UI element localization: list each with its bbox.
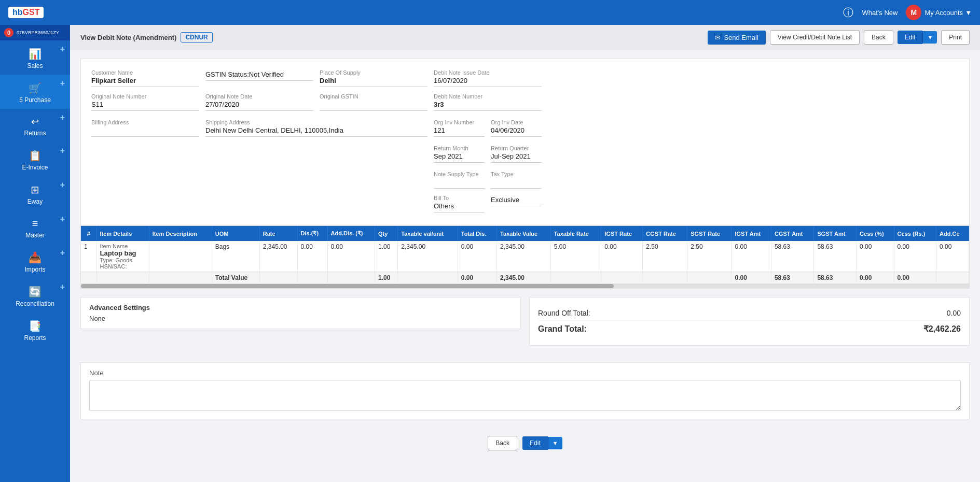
original-note-date-field: Original Note Date 27/07/2020 <box>205 91 320 115</box>
app-logo: hb GST <box>8 7 44 18</box>
einvoice-add-btn[interactable]: + <box>60 146 65 155</box>
row-rate: 2,345.00 <box>259 241 297 272</box>
advanced-settings-block: Advanced Settings None <box>80 297 521 329</box>
avatar[interactable]: M <box>906 5 921 20</box>
edit-dropdown-arrow-bottom[interactable]: ▼ <box>548 437 562 449</box>
page-actions: ✉ Send Email View Credit/Debit Note List… <box>708 30 970 45</box>
print-button[interactable]: Print <box>941 30 970 45</box>
sidebar-item-returns[interactable]: ↩ Returns + <box>0 109 70 142</box>
edit-dropdown-arrow[interactable]: ▼ <box>922 31 937 44</box>
sales-add-btn[interactable]: + <box>60 45 65 54</box>
col-taxable-rate: Taxable Rate <box>550 226 601 241</box>
sidebar-item-label: Eway <box>27 198 43 205</box>
note-textarea[interactable] <box>89 380 961 411</box>
total-igst-amt: 0.00 <box>731 272 771 284</box>
total-row: Total Value 1.00 0.00 2,345.00 0.00 <box>81 272 969 284</box>
sidebar-item-reports[interactable]: 📑 Reports <box>0 313 70 347</box>
edit-button-split-bottom: Edit ▼ <box>522 436 562 450</box>
row-add-dis: 0.00 <box>327 241 375 272</box>
original-note-number-field: Original Note Number S11 <box>91 91 205 115</box>
sidebar-item-master[interactable]: ≡ Master + <box>0 210 70 244</box>
items-table-container: # Item Details Item Description UOM Rate… <box>80 225 970 289</box>
org-inv-number-field: Org Inv Number 121 <box>434 117 491 141</box>
view-list-button[interactable]: View Credit/Debit Note List <box>770 30 860 45</box>
user-dot: 0 <box>4 28 13 37</box>
billing-address-field: Billing Address <box>91 117 205 141</box>
returns-add-btn[interactable]: + <box>60 113 65 122</box>
row-taxable-val: 2,345.00 <box>398 241 458 272</box>
col-item-details: Item Details <box>96 226 149 241</box>
purchase-add-btn[interactable]: + <box>60 79 65 88</box>
master-add-btn[interactable]: + <box>60 215 65 224</box>
row-item-details: Item Name Laptop bag Type: Goods HSN/SAC… <box>96 241 149 272</box>
info-row-2: Billing Address Shipping Address Delhi N… <box>91 117 959 141</box>
total-label: Total Value <box>212 272 259 284</box>
scrollbar-thumb[interactable] <box>81 284 614 288</box>
row-cgst-rate: 2.50 <box>643 241 687 272</box>
total-cgst-amt: 58.63 <box>771 272 813 284</box>
return-fields: Return Month Sep 2021 Return Quarter Jul… <box>434 143 548 167</box>
eway-add-btn[interactable]: + <box>60 180 65 190</box>
page-title: View Debit Note (Amendment) CDNUR <box>80 32 213 42</box>
row-add-ce: 0.00 <box>936 241 969 272</box>
logo-gst: GST <box>23 8 40 17</box>
sidebar-item-einvoice[interactable]: 📋 E-Invoice + <box>0 142 70 176</box>
sidebar-item-imports[interactable]: 📥 Imports + <box>0 244 70 278</box>
row-item-desc <box>149 241 212 272</box>
info-row-4: Note Supply Type Tax Type <box>91 169 959 193</box>
sidebar-item-sales[interactable]: 📊 Sales + <box>0 40 70 75</box>
sidebar-item-reconciliation[interactable]: 🔄 Reconciliation + <box>0 278 70 313</box>
col-uom: UOM <box>212 226 259 241</box>
place-of-supply-field: Place Of Supply Delhi <box>320 67 434 91</box>
imports-add-btn[interactable]: + <box>60 248 65 258</box>
sidebar-item-label: Imports <box>24 266 45 273</box>
customer-name-field: Customer Name Flipkart Seller <box>91 67 205 91</box>
col-cgst-rate: CGST Rate <box>643 226 687 241</box>
logo-box: hb GST <box>8 7 44 18</box>
total-dis: 0.00 <box>458 272 496 284</box>
edit-button[interactable]: Edit <box>898 31 923 44</box>
row-dis: 0.00 <box>297 241 327 272</box>
my-accounts-label[interactable]: My Accounts ▼ <box>924 9 972 17</box>
grand-total-row: Grand Total: ₹2,462.26 <box>538 321 961 337</box>
row-cgst-amt: 58.63 <box>771 241 813 272</box>
returns-icon: ↩ <box>31 116 39 127</box>
note-section: Note <box>80 362 970 419</box>
col-cgst-amt: CGST Amt <box>771 226 813 241</box>
back-button-top[interactable]: Back <box>864 30 893 45</box>
table-scrollbar[interactable] <box>81 284 969 288</box>
sidebar-item-eway[interactable]: ⊞ Eway + <box>0 176 70 210</box>
summary-block: Round Off Total: 0.00 Grand Total: ₹2,46… <box>529 297 970 346</box>
row-igst-rate: 0.00 <box>601 241 643 272</box>
return-quarter-field: Return Quarter Jul-Sep 2021 <box>491 143 548 167</box>
table-row: 1 Item Name Laptop bag Type: Goods HSN/S… <box>81 241 969 272</box>
reconciliation-add-btn[interactable]: + <box>60 282 65 292</box>
row-cess-pct: 0.00 <box>857 241 894 272</box>
sidebar-item-purchase[interactable]: 🛒 5 Purchase + <box>0 75 70 109</box>
sales-icon: 📊 <box>29 48 42 60</box>
total-cess-rs: 0.00 <box>894 272 936 284</box>
sidebar-item-label: Reports <box>24 334 46 342</box>
col-item-desc: Item Description <box>149 226 212 241</box>
info-row-1: Customer Name Flipkart Seller GSTIN Stat… <box>91 67 959 91</box>
info-block: Customer Name Flipkart Seller GSTIN Stat… <box>80 59 970 225</box>
help-icon[interactable]: ⓘ <box>843 6 853 20</box>
logo-hb: hb <box>12 8 23 17</box>
send-email-button[interactable]: ✉ Send Email <box>708 31 765 45</box>
row-num: 1 <box>81 241 96 272</box>
imports-icon: 📥 <box>29 251 42 264</box>
whats-new-link[interactable]: What's New <box>862 9 898 17</box>
back-button-bottom[interactable]: Back <box>488 436 517 450</box>
col-sgst-amt: SGST Amt <box>814 226 857 241</box>
debit-note-issue-date-field: Debit Note Issue Date 16/07/2020 <box>434 67 548 91</box>
return-month-field: Return Month Sep 2021 <box>434 143 491 167</box>
info-row-5: Bill To Others Exclusive <box>91 193 959 217</box>
app-header: hb GST ⓘ What's New M My Accounts ▼ <box>0 0 980 25</box>
user-gstin: 07BVRPR3650J1ZY <box>17 30 59 35</box>
sidebar-item-label: Sales <box>27 62 43 69</box>
debit-note-number-field: Debit Note Number 3r3 <box>434 91 548 115</box>
reconciliation-icon: 🔄 <box>29 286 42 298</box>
edit-button-bottom[interactable]: Edit <box>522 436 548 450</box>
col-sgst-rate: SGST Rate <box>687 226 731 241</box>
col-add-ce: Add.Ce <box>936 226 969 241</box>
